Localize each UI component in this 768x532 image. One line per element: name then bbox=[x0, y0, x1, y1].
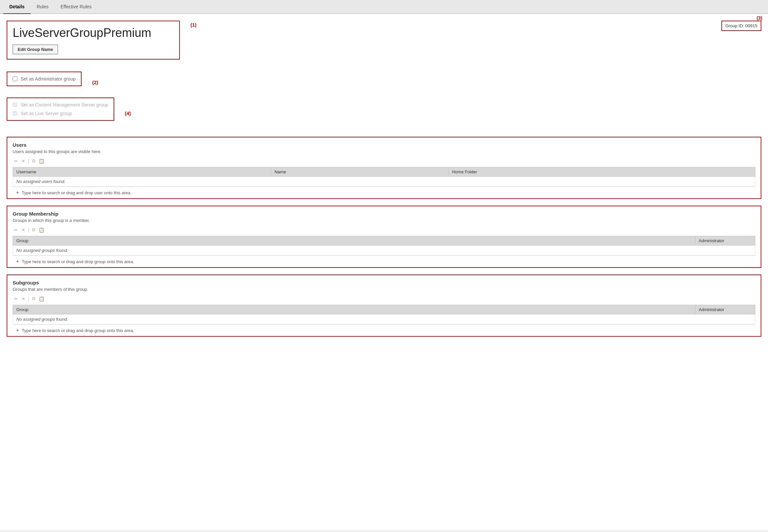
gm-add-placeholder: Type here to search or drag and drop gro… bbox=[22, 259, 134, 264]
sg-empty-message: No assigned groups found. bbox=[13, 314, 755, 324]
live-server-checkbox-label: Set as Live Server group bbox=[21, 111, 72, 116]
cms-checkbox[interactable] bbox=[13, 102, 17, 107]
sg-col-group: Group bbox=[13, 305, 695, 314]
col-name: Name bbox=[271, 167, 449, 177]
subgroups-description: Groups that are members of this group. bbox=[13, 287, 755, 292]
subgroups-toolbar: ✏ ✕ | ⧉ 📋 bbox=[13, 295, 755, 302]
tab-bar: Details Rules Effective Rules bbox=[0, 0, 768, 14]
sg-add-row[interactable]: + Type here to search or drag and drop g… bbox=[13, 324, 755, 336]
admin-checkbox[interactable] bbox=[13, 77, 17, 81]
main-content: Group ID: 00915 (3) LiveServerGroupPremi… bbox=[0, 14, 768, 530]
gm-edit-icon[interactable]: ✏ bbox=[13, 227, 19, 233]
gm-paste-icon[interactable]: 📋 bbox=[37, 227, 46, 233]
sg-col-admin: Administrator bbox=[695, 305, 755, 314]
sg-empty-row: No assigned groups found. bbox=[13, 314, 755, 324]
group-membership-table: Group Administrator No assigned groups f… bbox=[13, 236, 755, 256]
gm-add-plus-icon: + bbox=[16, 259, 19, 265]
group-membership-title: Group Membership bbox=[13, 211, 755, 217]
subgroups-title: Subgroups bbox=[13, 280, 755, 285]
server-group-section: Set as Content Management Server group S… bbox=[7, 97, 114, 121]
group-id-text: Group ID: 00915 bbox=[725, 23, 757, 28]
live-server-checkbox-row: Set as Live Server group bbox=[13, 111, 108, 116]
group-id-badge: Group ID: 00915 (3) bbox=[721, 21, 761, 31]
users-empty-message: No assigned users found. bbox=[13, 177, 755, 187]
users-edit-icon[interactable]: ✏ bbox=[13, 158, 19, 164]
admin-checkbox-label: Set as Administrator group bbox=[21, 76, 76, 82]
cms-checkbox-row: Set as Content Management Server group bbox=[13, 102, 108, 107]
users-toolbar: ✏ ✕ | ⧉ 📋 bbox=[13, 157, 755, 164]
users-add-row[interactable]: + Type here to search or drag and drop u… bbox=[13, 187, 755, 198]
gm-delete-icon[interactable]: ✕ bbox=[20, 227, 27, 233]
users-section: Users Users assigned to this groups are … bbox=[7, 137, 761, 199]
annotation-1: (1) bbox=[190, 22, 197, 28]
users-title: Users bbox=[13, 142, 755, 148]
annotation-3: (3) bbox=[757, 15, 762, 21]
col-home-folder: Home Folder bbox=[449, 167, 755, 177]
users-description: Users assigned to this groups are visibl… bbox=[13, 149, 755, 154]
tab-details[interactable]: Details bbox=[3, 0, 31, 14]
admin-checkbox-row: Set as Administrator group bbox=[13, 76, 76, 82]
users-add-placeholder: Type here to search or drag and drop use… bbox=[22, 190, 131, 195]
users-empty-row: No assigned users found. bbox=[13, 177, 755, 187]
users-copy-icon[interactable]: ⧉ bbox=[31, 157, 37, 164]
group-membership-toolbar: ✏ ✕ | ⧉ 📋 bbox=[13, 226, 755, 233]
group-membership-description: Groups in which this group is a member. bbox=[13, 218, 755, 223]
users-delete-icon[interactable]: ✕ bbox=[20, 158, 27, 164]
annotation-2: (2) bbox=[92, 80, 98, 85]
users-paste-icon[interactable]: 📋 bbox=[37, 158, 46, 164]
gm-empty-row: No assigned groups found. bbox=[13, 246, 755, 256]
tab-rules[interactable]: Rules bbox=[31, 0, 55, 14]
sg-copy-icon[interactable]: ⧉ bbox=[31, 295, 37, 302]
sg-add-placeholder: Type here to search or drag and drop gro… bbox=[22, 328, 134, 333]
group-membership-section: Group Membership Groups in which this gr… bbox=[7, 206, 761, 268]
gm-copy-icon[interactable]: ⧉ bbox=[31, 226, 37, 233]
annotation-4: (4) bbox=[125, 110, 131, 116]
sg-add-plus-icon: + bbox=[16, 327, 19, 333]
gm-empty-message: No assigned groups found. bbox=[13, 246, 755, 256]
users-table: Username Name Home Folder No assigned us… bbox=[13, 167, 755, 187]
admin-group-section: Set as Administrator group bbox=[7, 72, 82, 86]
gm-add-row[interactable]: + Type here to search or drag and drop g… bbox=[13, 256, 755, 267]
edit-group-name-button[interactable]: Edit Group Name bbox=[13, 45, 58, 54]
group-name-title: LiveServerGroupPremium bbox=[13, 26, 174, 40]
subgroups-table: Group Administrator No assigned groups f… bbox=[13, 305, 755, 324]
subgroups-section: Subgroups Groups that are members of thi… bbox=[7, 274, 761, 337]
live-server-checkbox[interactable] bbox=[13, 111, 17, 116]
gm-col-admin: Administrator bbox=[695, 236, 755, 246]
sg-paste-icon[interactable]: 📋 bbox=[37, 295, 46, 302]
group-name-section: LiveServerGroupPremium Edit Group Name bbox=[7, 21, 180, 60]
sg-edit-icon[interactable]: ✏ bbox=[13, 295, 19, 302]
cms-checkbox-label: Set as Content Management Server group bbox=[21, 102, 108, 107]
gm-col-group: Group bbox=[13, 236, 695, 246]
col-username: Username bbox=[13, 167, 271, 177]
sg-delete-icon[interactable]: ✕ bbox=[20, 295, 27, 302]
users-add-plus-icon: + bbox=[16, 190, 19, 196]
tab-effective-rules[interactable]: Effective Rules bbox=[55, 0, 97, 14]
